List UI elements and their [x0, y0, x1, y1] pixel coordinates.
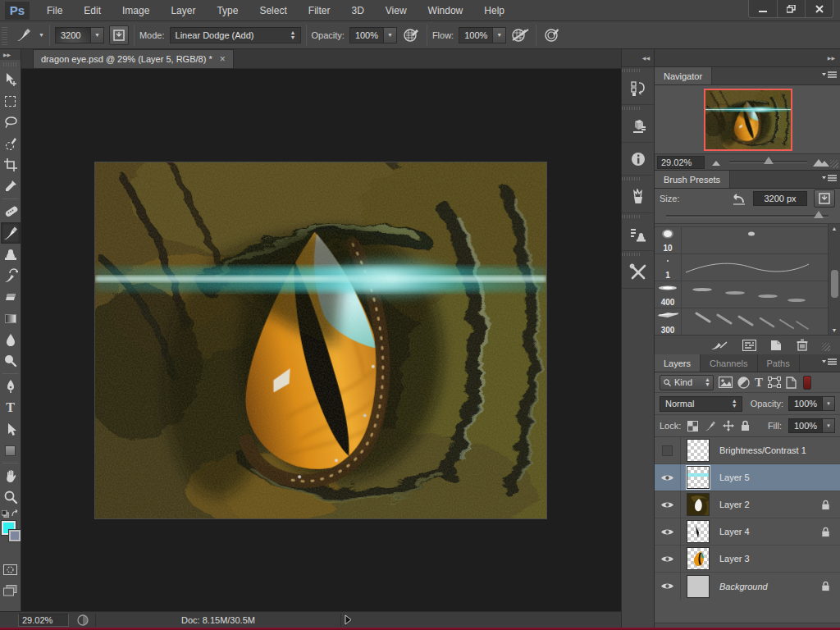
blend-mode-select[interactable]: Linear Dodge (Add) ▲▼ — [170, 27, 301, 43]
lock-transparency-icon[interactable] — [687, 421, 698, 431]
panel-resize-grip[interactable] — [830, 160, 838, 168]
brush-size-slider[interactable] — [666, 215, 829, 217]
quick-mask-button[interactable] — [1, 559, 21, 580]
dock-collapse-chevron[interactable]: ▶▶ — [655, 49, 840, 67]
brush-picker-arrow[interactable]: ▼ — [91, 27, 104, 43]
brush-row[interactable]: 1 — [655, 254, 840, 281]
clone-stamp-tool[interactable] — [1, 244, 21, 265]
filter-pixel-layers-icon[interactable] — [719, 377, 733, 388]
flow-value[interactable]: 100% — [459, 27, 493, 43]
move-tool[interactable] — [1, 69, 21, 90]
layer-name[interactable]: Layer 5 — [719, 472, 840, 482]
layer-row[interactable]: Brightness/Contrast 1 — [655, 437, 840, 464]
status-zoom-field[interactable]: 29.02% — [18, 614, 69, 627]
tablet-opacity-button[interactable] — [402, 25, 422, 45]
filter-type-icon[interactable]: T — [755, 376, 763, 390]
filter-shape-icon[interactable] — [768, 377, 781, 388]
crop-tool[interactable] — [1, 154, 21, 176]
brush-size-value[interactable]: 3200 — [55, 27, 91, 43]
visibility-cell[interactable] — [655, 491, 681, 518]
dodge-tool[interactable] — [1, 350, 21, 372]
stroke-preview-toggle-icon[interactable] — [710, 340, 728, 351]
brush-list-scrollbar[interactable]: ▲ ▼ — [828, 224, 840, 335]
layer-thumbnail[interactable] — [687, 439, 710, 462]
visibility-cell[interactable] — [655, 518, 681, 545]
navigator-zoom-field[interactable]: 29.02% — [657, 156, 705, 169]
close-button[interactable] — [805, 0, 833, 17]
zoom-in-icon[interactable] — [812, 157, 830, 167]
history-panel-button[interactable] — [622, 72, 654, 105]
hand-tool[interactable] — [1, 465, 21, 486]
tab-brush-presets[interactable]: Brush Presets — [655, 171, 730, 188]
layer-opacity-value[interactable]: 100% — [788, 396, 823, 411]
lock-pixels-icon[interactable] — [705, 420, 716, 431]
panel-menu-icon[interactable] — [822, 358, 837, 367]
eraser-tool[interactable] — [1, 286, 21, 308]
pen-tool[interactable] — [1, 376, 21, 397]
minimize-button[interactable] — [749, 0, 777, 17]
slider-thumb[interactable] — [764, 157, 774, 164]
brush-row[interactable]: 400 — [655, 281, 840, 308]
navigator-zoom-slider[interactable] — [729, 161, 807, 163]
brush-tool-preset-icon[interactable] — [14, 25, 34, 45]
clone-source-panel-button[interactable] — [622, 218, 654, 251]
history-brush-tool[interactable] — [1, 265, 21, 286]
menu-filter[interactable]: Filter — [298, 0, 341, 21]
layer-row-selected[interactable]: Layer 5 — [655, 464, 840, 491]
options-gripper[interactable] — [2, 25, 7, 45]
filter-adjustment-icon[interactable] — [737, 377, 750, 389]
layer-row[interactable]: Background — [655, 573, 840, 600]
brush-size-field[interactable]: 3200 px — [753, 191, 807, 206]
spot-healing-brush-tool[interactable] — [1, 201, 21, 222]
visibility-cell[interactable] — [655, 464, 681, 491]
brush-tool[interactable] — [1, 222, 21, 244]
tools-extra-panel-button[interactable] — [622, 256, 654, 289]
opacity-dropdown-arrow[interactable]: ▼ — [384, 27, 397, 43]
default-colors-icon[interactable] — [2, 510, 9, 518]
layer-thumbnail[interactable] — [687, 547, 710, 570]
tab-layers[interactable]: Layers — [655, 354, 701, 372]
lock-all-icon[interactable] — [741, 420, 750, 431]
scroll-down-arrow[interactable]: ▼ — [832, 327, 838, 333]
layer-row[interactable]: Layer 3 — [655, 546, 840, 573]
tab-paths[interactable]: Paths — [758, 354, 800, 372]
scroll-up-arrow[interactable]: ▲ — [832, 226, 838, 231]
document-tab[interactable]: dragon eye.psd @ 29% (Layer 5, RGB/8) * … — [33, 49, 234, 68]
menu-help[interactable]: Help — [473, 0, 515, 21]
restore-button[interactable] — [777, 0, 805, 17]
menu-image[interactable]: Image — [112, 0, 160, 21]
layer-name[interactable]: Layer 2 — [719, 500, 821, 509]
background-color-swatch[interactable] — [9, 530, 21, 541]
dock-expand-chevron[interactable]: ◀◀ — [622, 49, 654, 67]
filter-kind-select[interactable]: Kind ▲▼ — [660, 375, 714, 390]
canvas-area[interactable] — [21, 69, 621, 611]
tab-channels[interactable]: Channels — [701, 354, 757, 372]
tool-preset-dropdown-arrow[interactable]: ▼ — [39, 32, 44, 38]
layer-thumbnail[interactable] — [687, 493, 710, 516]
filter-smart-object-icon[interactable] — [786, 377, 797, 389]
filter-toggle-switch[interactable] — [803, 376, 811, 390]
brush-row[interactable]: 300 — [655, 308, 840, 335]
opacity-dropdown-arrow[interactable]: ▼ — [823, 396, 835, 411]
scrollbar-thumb[interactable] — [831, 270, 838, 298]
layer-thumbnail[interactable] — [687, 520, 710, 543]
menu-type[interactable]: Type — [206, 0, 249, 21]
toggle-brush-panel-button[interactable] — [814, 189, 835, 208]
menu-file[interactable]: File — [36, 0, 73, 21]
layer-thumbnail[interactable] — [687, 575, 710, 598]
layer-name[interactable]: Layer 4 — [719, 527, 821, 536]
layer-name[interactable]: Brightness/Contrast 1 — [719, 445, 840, 455]
menu-window[interactable]: Window — [418, 0, 474, 21]
lock-position-icon[interactable] — [723, 420, 734, 431]
flow-dropdown-arrow[interactable]: ▼ — [493, 27, 506, 43]
layer-fill-value[interactable]: 100% — [788, 418, 823, 433]
blur-tool[interactable] — [1, 329, 21, 350]
layer-name[interactable]: Background — [719, 582, 821, 591]
3d-material-panel-button[interactable] — [622, 110, 654, 143]
menu-3d[interactable]: 3D — [340, 0, 374, 21]
toolbar-gripper[interactable] — [3, 62, 18, 66]
path-selection-tool[interactable] — [1, 418, 21, 440]
preset-manager-icon[interactable] — [742, 340, 756, 351]
delete-brush-icon[interactable] — [797, 339, 808, 351]
reset-size-icon[interactable] — [732, 193, 746, 205]
